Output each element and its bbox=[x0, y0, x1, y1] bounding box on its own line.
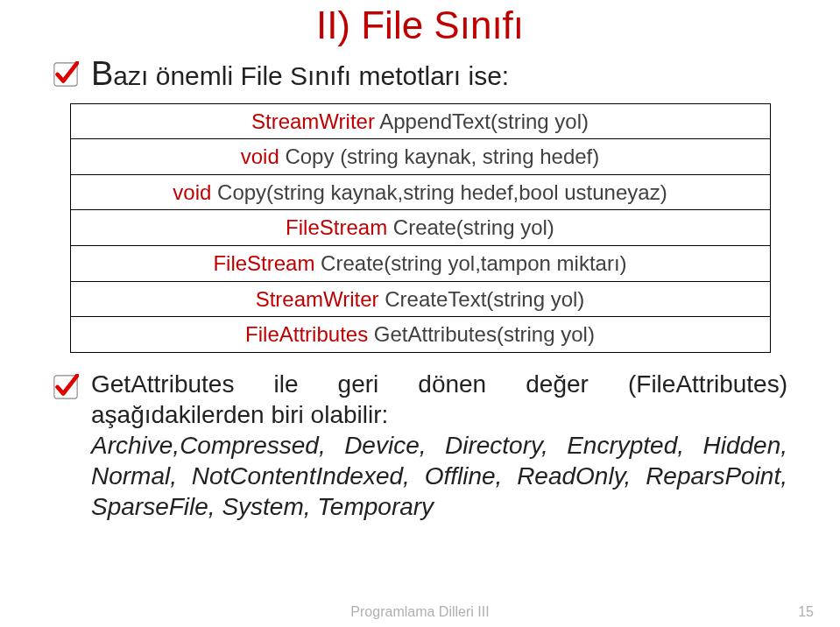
bullet-rest: azı önemli File Sınıfı metotları ise: bbox=[113, 61, 509, 90]
footer-course: Programlama Dilleri III bbox=[350, 604, 489, 620]
return-type: FileAttributes bbox=[245, 322, 368, 346]
signature: Copy (string kaynak, string hedef) bbox=[279, 144, 600, 168]
signature: Create(string yol) bbox=[387, 215, 554, 239]
table-row: FileStream Create(string yol) bbox=[70, 210, 770, 246]
slide-footer: Programlama Dilleri III 15 bbox=[0, 604, 840, 620]
signature: Create(string yol,tampon miktarı) bbox=[314, 251, 626, 275]
signature: AppendText(string yol) bbox=[375, 109, 589, 133]
bullet-item-2: GetAttributes ile geri dönen değer (File… bbox=[53, 369, 787, 522]
footer-page-number: 15 bbox=[798, 604, 814, 620]
bullet-lead-cap: B bbox=[91, 55, 113, 92]
signature: GetAttributes(string yol) bbox=[368, 322, 595, 346]
return-type: FileStream bbox=[213, 251, 314, 275]
bullet-text-1: Bazı önemli File Sınıfı metotları ise: bbox=[91, 54, 509, 95]
bullet-item-1: Bazı önemli File Sınıfı metotları ise: bbox=[53, 54, 787, 95]
checkmark-icon bbox=[53, 374, 79, 404]
return-type: void bbox=[241, 144, 279, 168]
return-type: StreamWriter bbox=[256, 287, 379, 311]
signature: CreateText(string yol) bbox=[379, 287, 585, 311]
methods-table: StreamWriter AppendText(string yol) void… bbox=[70, 103, 771, 353]
return-type: FileStream bbox=[286, 215, 387, 239]
table-row: FileStream Create(string yol,tampon mikt… bbox=[70, 245, 770, 281]
bullet-text-2: GetAttributes ile geri dönen değer (File… bbox=[91, 369, 787, 522]
para-line-1: GetAttributes ile geri dönen değer (File… bbox=[91, 370, 787, 428]
slide-title: II) File Sınıfı bbox=[53, 4, 787, 47]
return-type: void bbox=[173, 180, 211, 204]
signature: Copy(string kaynak,string hedef,bool ust… bbox=[211, 180, 667, 204]
checkmark-icon bbox=[53, 61, 79, 91]
table-row: void Copy (string kaynak, string hedef) bbox=[70, 139, 770, 175]
table-row: StreamWriter AppendText(string yol) bbox=[70, 103, 770, 139]
para-line-2: Archive,Compressed, Device, Directory, E… bbox=[91, 432, 787, 520]
table-row: FileAttributes GetAttributes(string yol) bbox=[70, 317, 770, 353]
table-row: void Copy(string kaynak,string hedef,boo… bbox=[70, 174, 770, 210]
return-type: StreamWriter bbox=[251, 109, 375, 133]
table-row: StreamWriter CreateText(string yol) bbox=[70, 281, 770, 317]
